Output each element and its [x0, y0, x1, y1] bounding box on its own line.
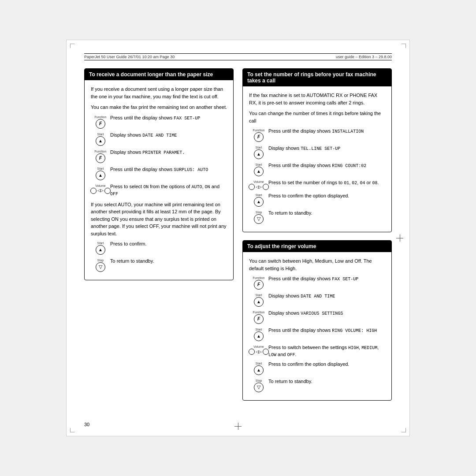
- step-row-2: Start ▲ Display shows DATE AND TIME: [91, 132, 227, 146]
- ringer-stop-icon-7: ▽: [254, 383, 264, 392]
- ringer-icon-col-6: Start ▲: [249, 361, 268, 376]
- rings-icon-label-start-2: Start: [256, 146, 262, 149]
- icon-col-6: Start ▲: [91, 241, 110, 255]
- section-ringer-volume: To adjust the ringer volume You can swit…: [242, 240, 392, 401]
- header-left: PaperJet 50 User Guide 26/7/01 10:20 am …: [84, 55, 175, 59]
- para-1: If you receive a document sent using a l…: [91, 86, 227, 100]
- start-button-icon-4: ▲: [96, 171, 105, 180]
- ringer-icon-col-2: Start ▲: [249, 293, 268, 307]
- corner-mark-tl: [70, 44, 74, 48]
- left-column: To receive a document longer than the pa…: [84, 68, 234, 409]
- corner-mark-bl: [70, 428, 74, 432]
- ringer-start-icon-6: ▲: [254, 365, 264, 375]
- rings-icon-col-4: Volume ◁▷: [249, 179, 268, 190]
- step-row-5: Volume ◁▷ Press to select ON from the op…: [91, 183, 227, 197]
- ringer-icon-col-3: Function F: [249, 310, 268, 324]
- rings-icon-label-vol-4: Volume: [253, 180, 264, 183]
- step-text-4: Press until the display shows SURPLUS: A…: [110, 166, 227, 173]
- rings-step-6: Stop ▽ To return to standby.: [249, 210, 385, 224]
- icon-label-start-4: Start: [97, 167, 104, 170]
- step-text-6: Press to confirm.: [110, 241, 227, 247]
- step-row-4: Start ▲ Press until the display shows SU…: [91, 166, 227, 181]
- ringer-step-text-3: Display shows VARIOUS SETTINGS: [268, 310, 385, 317]
- page: PaperJet 50 User Guide 26/7/01 10:20 am …: [66, 40, 410, 436]
- icon-col-7: Stop ▽: [91, 258, 110, 272]
- rings-volume-icon-4: ◁▷: [249, 184, 269, 190]
- rings-step-3: Start ▲ Press until the display shows RI…: [249, 162, 385, 177]
- rings-icon-col-1: Function F: [249, 128, 268, 142]
- crosshair-right: [396, 234, 403, 242]
- rings-step-text-3: Press until the display shows RING COUNT…: [268, 162, 385, 169]
- ringer-para-1: You can switch between High, Medium, Low…: [249, 257, 385, 272]
- start-button-icon-6: ▲: [96, 245, 105, 255]
- step-row-1: Function F Press until the display shows…: [91, 115, 227, 129]
- ringer-icon-col-5: Volume ◁▷: [249, 344, 268, 355]
- corner-mark-br: [402, 428, 406, 432]
- ringer-volume-icon-5: ◁▷: [249, 349, 269, 355]
- ringer-start-icon-2: ▲: [254, 297, 264, 307]
- stop-button-icon-7: ▽: [96, 262, 105, 272]
- step-text-7: To return to standby.: [110, 258, 227, 264]
- ringer-step-text-5: Press to switch between the settings HIG…: [268, 344, 385, 358]
- ringer-step-5: Volume ◁▷ Press to switch between the se…: [249, 344, 385, 358]
- step-row-3: Function F Display shows PRINTER PARAMET…: [91, 149, 227, 164]
- section-rings-body: If the fax machine is set to AUTOMATIC R…: [243, 86, 391, 232]
- icon-col-2: Start ▲: [91, 132, 110, 146]
- icon-label-volume-5: Volume: [95, 184, 105, 187]
- section-rings-title: To set the number of rings before your f…: [243, 69, 391, 86]
- rings-start-icon-2: ▲: [254, 149, 264, 159]
- ringer-function-icon-1: F: [254, 280, 264, 290]
- icon-col-1: Function F: [91, 115, 110, 129]
- ringer-icon-col-7: Stop ▽: [249, 378, 268, 392]
- ringer-step-1: Function F Press until the display shows…: [249, 275, 385, 290]
- function-button-icon: F: [96, 119, 105, 129]
- rings-step-text-5: Press to confirm the option displayed.: [268, 193, 385, 199]
- ringer-step-7: Stop ▽ To return to standby.: [249, 378, 385, 392]
- ringer-icon-label-start-2: Start: [256, 294, 262, 297]
- ringer-step-6: Start ▲ Press to confirm the option disp…: [249, 361, 385, 376]
- ringer-icon-col-4: Start ▲: [249, 327, 268, 342]
- step-row-6: Start ▲ Press to confirm.: [91, 241, 227, 255]
- ringer-step-4: Start ▲ Press until the display shows RI…: [249, 327, 385, 342]
- icon-col-3: Function F: [91, 149, 110, 164]
- middle-text: If you select AUTO, your machine will pr…: [91, 201, 227, 238]
- ringer-start-icon-4: ▲: [254, 331, 264, 341]
- rings-step-text-4: Press to set the number of rings to 01, …: [268, 179, 385, 186]
- start-button-icon-2: ▲: [96, 136, 105, 146]
- rings-icon-col-5: Start ▲: [249, 193, 268, 207]
- section-receive-doc: To receive a document longer than the pa…: [84, 68, 234, 280]
- volume-button-icon-5: ◁▷: [90, 188, 111, 194]
- rings-step-4: Volume ◁▷ Press to set the number of rin…: [249, 179, 385, 190]
- icon-label-start-6: Start: [97, 242, 104, 245]
- ringer-step-text-1: Press until the display shows FAX SET-UP: [268, 275, 385, 283]
- step-text-3: Display shows PRINTER PARAMET.: [110, 149, 227, 156]
- step-text-2: Display shows DATE AND TIME: [110, 132, 227, 139]
- corner-mark-tr: [402, 44, 406, 48]
- ringer-icon-label-stop-7: Stop: [256, 379, 262, 382]
- crosshair-bottom: [234, 423, 242, 430]
- rings-para-1: If the fax machine is set to AUTOMATIC R…: [249, 92, 385, 106]
- ringer-step-text-6: Press to confirm the option displayed.: [268, 361, 385, 368]
- step-text-1: Press until the display shows FAX SET-UP: [110, 115, 227, 122]
- rings-start-icon-3: ▲: [254, 167, 264, 176]
- rings-icon-label-start-5: Start: [256, 193, 262, 197]
- ringer-step-2: Start ▲ Display shows DATE AND TIME: [249, 293, 385, 307]
- icon-label-function-3: Function: [95, 150, 107, 153]
- rings-function-icon-1: F: [254, 132, 264, 142]
- para-2: You can make the fax print the remaining…: [91, 104, 227, 111]
- rings-stop-icon-6: ▽: [254, 214, 264, 224]
- rings-step-text-1: Press until the display shows INSTALLATI…: [268, 128, 385, 135]
- rings-icon-label-stop-6: Stop: [256, 211, 262, 214]
- ringer-icon-label-f3: Function: [253, 311, 265, 314]
- rings-step-2: Start ▲ Display shows TEL.LINE SET-UP: [249, 145, 385, 160]
- section-rings: To set the number of rings before your f…: [242, 68, 392, 232]
- rings-step-5: Start ▲ Press to confirm the option disp…: [249, 193, 385, 207]
- rings-start-icon-5: ▲: [254, 197, 264, 207]
- header-right: user guide – Edition 3 – 29.8.00: [336, 55, 392, 59]
- section-ringer-volume-body: You can switch between High, Medium, Low…: [243, 252, 391, 400]
- icon-label-start-2: Start: [97, 133, 104, 136]
- ringer-function-icon-3: F: [254, 314, 264, 324]
- step-row-7: Stop ▽ To return to standby.: [91, 258, 227, 272]
- ringer-step-text-2: Display shows DATE AND TIME: [268, 293, 385, 300]
- icon-col-4: Start ▲: [91, 166, 110, 181]
